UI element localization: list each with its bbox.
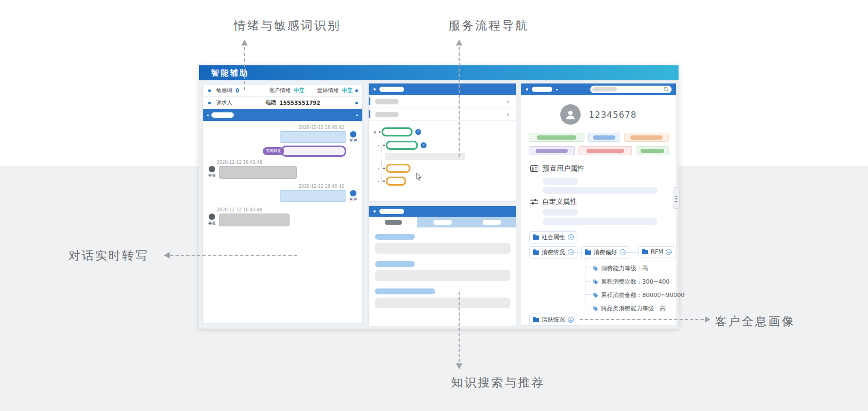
customer-emotion-value: 中立 [294,87,304,94]
collapse-minus-icon[interactable]: − [666,249,672,255]
flow-node-pending[interactable]: › [377,164,410,173]
placeholder-pill [483,220,501,225]
placeholder-pill [630,135,662,140]
tag-icon [592,306,598,311]
flow-node-pending[interactable]: › [377,177,406,186]
folder-icon [585,250,591,255]
agent-bubble [219,166,297,179]
tree-connector [570,252,581,253]
profile-tag [578,146,632,155]
preference-folder[interactable]: 消费偏好 − [581,246,629,258]
profile-tags-row [529,133,669,142]
preset-attrs-label: 预置用户属性 [543,164,584,173]
flow-group-collapsed[interactable]: ∨ [369,95,516,108]
indicator-dot [208,89,211,92]
phone-label: 电话 [265,99,276,106]
message-row-suggestion: 查询回复 [207,146,346,157]
search-icon[interactable] [664,87,669,92]
indicator-dot [374,210,376,212]
knowledge-panel-header [369,206,516,217]
annotation-emotion-recognition: 情绪与敏感词识别 [234,18,341,34]
node-dot [383,168,385,169]
annotation-line [459,292,460,362]
activity-folder[interactable]: 活跃情况 + [529,314,577,326]
result-snippet-bar [375,298,511,308]
customer-emotion-label: 客户情绪 [269,87,291,94]
caret-right-icon[interactable]: › [377,143,383,148]
message-timestamp: 2020-12-12 16:43:48 [217,208,358,212]
phone-number: 15553551792 [279,100,321,106]
window-header: 智能辅助 [199,65,679,80]
placeholder-pill [379,209,404,214]
annotation-line [459,47,460,157]
suggestion-bubble [281,146,346,157]
expand-plus-icon[interactable]: + [568,317,574,323]
caret-down-icon[interactable]: ∨ [373,130,379,135]
placeholder-pill [433,220,452,225]
flow-step-pill-yellow[interactable] [386,177,406,186]
profile-tag [529,133,584,142]
arrow-up-icon [456,40,462,45]
check-badge-icon: ✓ [415,129,421,135]
flow-step-pill-green[interactable] [386,141,418,150]
avatar-customer: 客户 [348,131,358,143]
expand-plus-icon[interactable]: + [568,234,574,240]
chevron-down-icon[interactable]: ∨ [506,99,509,104]
search-input[interactable] [590,86,672,93]
flow-node-done[interactable]: › ✓ [377,141,427,150]
social-attrs-folder[interactable]: 社会属性 + [529,231,577,243]
preference-label: 消费偏好 [593,248,617,256]
flow-highlight-bar [385,153,465,160]
message-timestamp: 2020-12-12 16:40:42 [207,125,344,130]
avatar-agent: 客服 [207,214,217,226]
node-dot [383,144,385,146]
caret-right-icon[interactable]: › [377,166,383,171]
agent-avatar-icon [209,166,215,172]
placeholder-pill [375,112,399,117]
tag-item-label: 消费能力等级：高 [601,264,648,272]
flow-panel-header [369,83,516,95]
tab-inactive[interactable] [417,217,467,227]
placeholder-pill [375,99,399,104]
panel-collapse-handle[interactable] [673,187,680,209]
annotation-customer-portrait: 客户全息画像 [715,314,795,330]
placeholder-pill [592,87,617,92]
agent-bubble [219,214,290,226]
annotation-line [170,255,297,256]
indicator-dot [526,88,528,90]
mouse-cursor-icon [416,172,422,181]
attr-placeholder-bar [543,178,578,185]
check-badge-icon: ✓ [421,142,427,148]
flow-node-done[interactable]: ∨ ✓ [373,127,421,136]
tab-inactive[interactable] [467,217,516,227]
app-window: 智能辅助 敏感词 0 客户情绪 中立 坐席情绪 中立 诉求人 电话 155535… [199,65,679,329]
sensitive-word-count: 0 [235,88,239,94]
chevron-up-icon[interactable]: ∧ [506,112,509,117]
placeholder-pill [379,87,404,92]
indicator-dot [556,89,558,90]
grip-icon [675,198,677,199]
agent-emotion-value: 中立 [342,87,353,94]
placeholder-pill [641,149,664,153]
attr-placeholder-bar [543,218,657,225]
chat-transcript: 2020-12-12 16:40:42 客户 查询回复 2020-12-12 1… [203,121,362,226]
flow-step-pill-yellow[interactable] [386,164,410,173]
suggestion-tag: 查询回复 [263,147,284,155]
customer-bubble [280,131,346,143]
folder-icon [533,250,539,255]
message-timestamp: 2020-12-12 16:43:48 [217,160,358,165]
caret-right-icon[interactable]: › [377,179,383,184]
profile-tag [636,146,669,155]
tab-active[interactable] [369,217,417,227]
result-title-pill[interactable] [375,288,435,294]
customer-id: 12345678 [589,110,636,120]
result-title-pill[interactable] [375,261,415,267]
annotation-knowledge-search: 知识搜索与推荐 [451,375,545,391]
rfm-folder[interactable]: RFM − [638,246,675,257]
profile-tags-row [529,146,669,155]
result-title-pill[interactable] [375,234,415,240]
flow-group-expanded[interactable]: ∧ [369,108,516,121]
requester-label: 诉求人 [216,99,232,106]
flow-step-pill-green[interactable] [382,127,413,136]
result-snippet-bar [375,270,511,281]
